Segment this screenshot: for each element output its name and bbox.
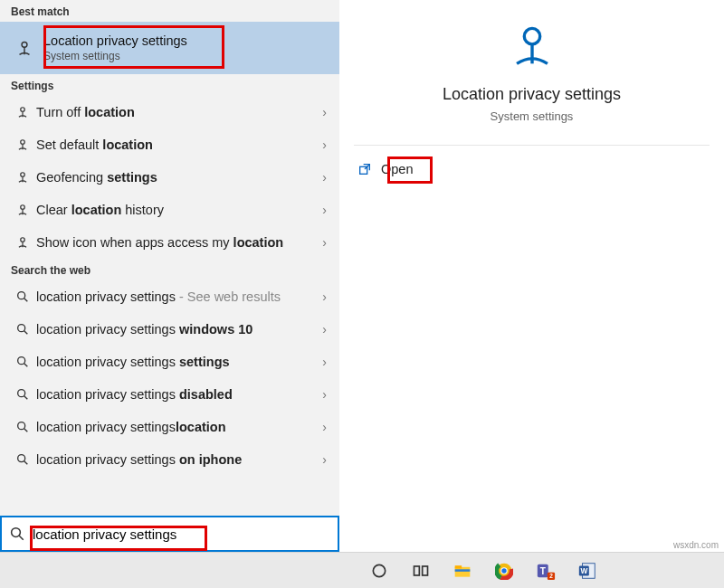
location-icon-large	[339, 20, 724, 72]
settings-item-text: Clear location history	[34, 202, 322, 219]
search-icon	[2, 526, 33, 542]
teams-icon[interactable]: T2	[533, 558, 558, 583]
file-explorer-icon[interactable]	[450, 558, 475, 583]
settings-label: Settings	[0, 74, 339, 96]
best-match-item[interactable]: Location privacy settings System setting…	[0, 22, 339, 74]
chevron-right-icon: ›	[322, 138, 329, 152]
svg-point-2	[21, 108, 25, 112]
location-icon	[11, 104, 34, 120]
chrome-icon[interactable]	[491, 558, 517, 583]
svg-point-4	[21, 140, 25, 145]
svg-point-22	[18, 455, 25, 462]
web-item[interactable]: location privacy settings disabled›	[0, 378, 339, 411]
svg-point-8	[21, 205, 25, 210]
svg-point-6	[21, 173, 25, 177]
chevron-right-icon: ›	[322, 170, 329, 185]
web-item[interactable]: location privacy settingslocation›	[0, 411, 339, 443]
svg-point-14	[18, 325, 25, 332]
search-icon	[11, 289, 34, 304]
svg-line-21	[24, 429, 28, 432]
location-icon	[11, 202, 34, 218]
svg-text:T: T	[540, 565, 547, 575]
settings-item[interactable]: Show icon when apps access my location›	[0, 226, 339, 259]
svg-rect-34	[455, 565, 462, 568]
watermark: wsxdn.com	[673, 540, 719, 550]
svg-point-40	[501, 568, 506, 573]
open-action[interactable]: Open	[357, 162, 724, 176]
chevron-right-icon: ›	[322, 289, 329, 304]
svg-point-24	[12, 528, 21, 537]
chevron-right-icon: ›	[322, 322, 329, 337]
settings-item-text: Set default location	[34, 137, 322, 154]
chevron-right-icon: ›	[322, 452, 329, 467]
svg-rect-32	[423, 566, 428, 575]
best-match-sub: System settings	[43, 50, 187, 62]
task-view-icon[interactable]	[408, 558, 433, 583]
web-label: Search the web	[0, 259, 339, 280]
svg-point-18	[18, 390, 25, 397]
svg-point-20	[18, 422, 25, 430]
separator	[354, 145, 710, 146]
chevron-right-icon: ›	[322, 235, 329, 250]
svg-point-10	[21, 238, 25, 242]
svg-line-17	[24, 364, 28, 367]
search-bar[interactable]	[0, 516, 339, 552]
open-icon	[357, 162, 372, 176]
details-title: Location privacy settings	[339, 85, 724, 104]
open-label: Open	[381, 162, 413, 176]
search-icon	[11, 420, 34, 434]
settings-item-text: Geofencing settings	[34, 169, 322, 186]
web-item-text: location privacy settings windows 10	[34, 321, 322, 338]
web-item[interactable]: location privacy settings windows 10›	[0, 313, 339, 346]
web-item[interactable]: location privacy settings - See web resu…	[0, 280, 339, 313]
chevron-right-icon: ›	[322, 355, 329, 369]
chevron-right-icon: ›	[322, 203, 329, 217]
settings-item[interactable]: Turn off location›	[0, 96, 339, 128]
web-item[interactable]: location privacy settings settings›	[0, 346, 339, 378]
settings-item[interactable]: Geofencing settings›	[0, 161, 339, 194]
svg-rect-35	[455, 569, 471, 572]
location-icon	[11, 234, 34, 251]
web-item-text: location privacy settingslocation	[34, 419, 322, 436]
settings-item[interactable]: Clear location history›	[0, 194, 339, 226]
svg-line-25	[19, 536, 24, 540]
settings-item[interactable]: Set default location›	[0, 128, 339, 161]
web-item[interactable]: location privacy settings on iphone›	[0, 443, 339, 476]
cortana-icon[interactable]	[367, 558, 392, 583]
taskbar: T2 W	[0, 552, 724, 588]
chevron-right-icon: ›	[322, 105, 329, 119]
location-icon	[11, 137, 34, 153]
search-icon	[11, 452, 34, 467]
svg-point-0	[22, 42, 27, 47]
location-icon	[11, 169, 34, 185]
settings-item-text: Turn off location	[34, 104, 322, 121]
best-match-label: Best match	[0, 0, 339, 22]
settings-item-text: Show icon when apps access my location	[34, 234, 322, 251]
svg-point-12	[18, 292, 25, 299]
search-icon	[11, 322, 34, 337]
word-icon[interactable]: W	[575, 558, 600, 583]
web-item-text: location privacy settings - See web resu…	[34, 289, 322, 306]
svg-line-19	[24, 396, 28, 400]
search-icon	[11, 355, 34, 369]
details-sub: System settings	[339, 109, 724, 123]
svg-text:W: W	[580, 566, 587, 574]
svg-line-23	[24, 461, 28, 465]
location-icon	[11, 38, 38, 58]
web-item-text: location privacy settings on iphone	[34, 451, 322, 469]
search-icon	[11, 387, 34, 402]
best-match-title: Location privacy settings	[43, 33, 187, 48]
svg-point-16	[18, 357, 25, 365]
svg-point-30	[373, 564, 385, 576]
search-input[interactable]	[33, 525, 338, 544]
chevron-right-icon: ›	[322, 420, 329, 434]
web-item-text: location privacy settings disabled	[34, 386, 322, 403]
web-item-text: location privacy settings settings	[34, 354, 322, 371]
svg-line-13	[24, 299, 28, 302]
chevron-right-icon: ›	[322, 387, 329, 402]
svg-rect-31	[414, 566, 420, 575]
svg-point-26	[524, 28, 539, 43]
svg-line-15	[24, 331, 28, 335]
svg-text:2: 2	[549, 573, 553, 579]
